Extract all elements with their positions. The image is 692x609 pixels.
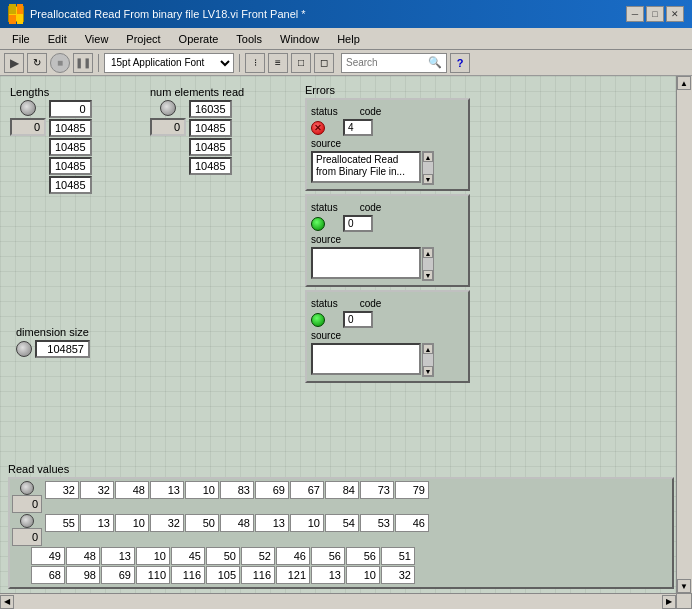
cluster1-sb-down[interactable]: ▼ xyxy=(423,174,433,184)
help-btn[interactable]: ? xyxy=(450,53,470,73)
rv-r3-c10: 51 xyxy=(381,547,415,565)
right-scrollbar: ▲ ▼ xyxy=(676,76,692,593)
cluster2-source-label: source xyxy=(311,234,341,245)
num-el-val-2: 10485 xyxy=(189,138,232,156)
num-elements-scroll[interactable] xyxy=(160,100,176,116)
menu-operate[interactable]: Operate xyxy=(171,31,227,47)
errors-label: Errors xyxy=(305,84,470,96)
scroll-right-btn[interactable]: ▶ xyxy=(662,595,676,609)
cluster3-source-text xyxy=(311,343,421,375)
dim-size-scroll[interactable] xyxy=(16,341,32,357)
cluster2-sb-down[interactable]: ▼ xyxy=(423,270,433,280)
dimension-size-area: dimension size 104857 xyxy=(16,326,90,358)
cluster3-scrollbar[interactable]: ▲ ▼ xyxy=(422,343,434,377)
rv-scroll-1[interactable] xyxy=(20,481,34,495)
menu-view[interactable]: View xyxy=(77,31,117,47)
close-button[interactable]: ✕ xyxy=(666,6,684,22)
cluster3-source-area: ▲ ▼ xyxy=(311,343,464,377)
read-values-array: Read values 0 32 32 48 13 10 83 69 67 xyxy=(8,463,674,589)
scroll-left-btn[interactable]: ◀ xyxy=(0,595,14,609)
dimension-size-value: 104857 xyxy=(35,340,90,358)
lengths-array: Lengths 0 0 10485 10485 10485 10485 xyxy=(10,86,92,194)
rv-r2-c5: 48 xyxy=(220,514,254,532)
rv-row-2: 0 55 13 10 32 50 48 13 10 54 53 46 xyxy=(12,514,670,546)
read-values-label: Read values xyxy=(8,463,674,475)
rv-r1-c8: 84 xyxy=(325,481,359,499)
rv-scroll-2[interactable] xyxy=(20,514,34,528)
distribute-btn[interactable]: ≡ xyxy=(268,53,288,73)
cluster3-code-value: 0 xyxy=(343,311,373,328)
lengths-label: Lengths xyxy=(10,86,92,98)
rv-r3-c5: 50 xyxy=(206,547,240,565)
num-elements-array: num elements read 0 16035 10485 10485 10… xyxy=(150,86,244,175)
cluster3-source-label: source xyxy=(311,330,341,341)
cluster2-sb-up[interactable]: ▲ xyxy=(423,248,433,258)
maximize-button[interactable]: □ xyxy=(646,6,664,22)
search-input[interactable] xyxy=(346,57,426,68)
menu-project[interactable]: Project xyxy=(118,31,168,47)
rv-r3-c9: 56 xyxy=(346,547,380,565)
rv-index-2[interactable]: 0 xyxy=(12,528,42,546)
cluster2-scrollbar[interactable]: ▲ ▼ xyxy=(422,247,434,281)
cluster2-source-text xyxy=(311,247,421,279)
scroll-up-btn[interactable]: ▲ xyxy=(677,76,691,90)
separator2 xyxy=(239,54,240,72)
rv-r1-c10: 79 xyxy=(395,481,429,499)
rv-r1-c3: 13 xyxy=(150,481,184,499)
lengths-val-3: 10485 xyxy=(49,157,92,175)
align-btn[interactable]: ⁝ xyxy=(245,53,265,73)
reorder-btn[interactable]: ◻ xyxy=(314,53,334,73)
num-el-val-1: 10485 xyxy=(189,119,232,137)
menu-edit[interactable]: Edit xyxy=(40,31,75,47)
num-elements-index[interactable]: 0 xyxy=(150,118,186,136)
cluster3-status-led xyxy=(311,313,325,327)
cluster3-sb-up[interactable]: ▲ xyxy=(423,344,433,354)
cluster2-source-area: ▲ ▼ xyxy=(311,247,464,281)
lengths-index[interactable]: 0 xyxy=(10,118,46,136)
resize-btn[interactable]: □ xyxy=(291,53,311,73)
pause-btn[interactable]: ❚❚ xyxy=(73,53,93,73)
rv-r1-c7: 67 xyxy=(290,481,324,499)
cluster1-scrollbar[interactable]: ▲ ▼ xyxy=(422,151,434,185)
rv-r4-c3: 110 xyxy=(136,566,170,584)
cluster1-values: ✕ 4 xyxy=(311,119,464,136)
rv-r2-c0: 55 xyxy=(45,514,79,532)
dimension-size-label: dimension size xyxy=(16,326,90,338)
menu-help[interactable]: Help xyxy=(329,31,368,47)
rv-r4-c7: 121 xyxy=(276,566,310,584)
lengths-scroll[interactable] xyxy=(20,100,36,116)
minimize-button[interactable]: ─ xyxy=(626,6,644,22)
cluster1-code-label: code xyxy=(360,106,382,117)
menu-window[interactable]: Window xyxy=(272,31,327,47)
title-bar: Preallocated Read From binary file LV18.… xyxy=(0,0,692,28)
font-selector[interactable]: 15pt Application Font xyxy=(104,53,234,73)
rv-index-1[interactable]: 0 xyxy=(12,495,42,513)
num-el-val-3: 10485 xyxy=(189,157,232,175)
search-icon[interactable]: 🔍 xyxy=(428,56,442,69)
cluster3-status-label: status xyxy=(311,298,338,309)
rv-r2-c7: 10 xyxy=(290,514,324,532)
cluster1-status-led: ✕ xyxy=(311,121,325,135)
cluster1-sb-up[interactable]: ▲ xyxy=(423,152,433,162)
lengths-val-2: 10485 xyxy=(49,138,92,156)
scroll-down-btn[interactable]: ▼ xyxy=(677,579,691,593)
rv-r1-c2: 48 xyxy=(115,481,149,499)
separator1 xyxy=(98,54,99,72)
error-cluster-3: status code 0 source ▲ ▼ xyxy=(305,290,470,383)
num-elements-values: 16035 10485 10485 10485 xyxy=(189,100,232,175)
menu-tools[interactable]: Tools xyxy=(228,31,270,47)
cluster3-code-label: code xyxy=(360,298,382,309)
cluster2-source-row: source xyxy=(311,234,464,245)
window-title: Preallocated Read From binary file LV18.… xyxy=(30,8,620,20)
rv-r3-c3: 10 xyxy=(136,547,170,565)
menu-file[interactable]: File xyxy=(4,31,38,47)
run-arrow-btn[interactable]: ▶ xyxy=(4,53,24,73)
cluster1-source-area: Preallocated Readfrom Binary File in... … xyxy=(311,151,464,185)
lengths-val-4: 10485 xyxy=(49,176,92,194)
run-continuously-btn[interactable]: ↻ xyxy=(27,53,47,73)
rv-r2-c9: 53 xyxy=(360,514,394,532)
cluster3-sb-down[interactable]: ▼ xyxy=(423,366,433,376)
bottom-scrollbar: ◀ ▶ xyxy=(0,593,676,609)
rv-r2-c3: 32 xyxy=(150,514,184,532)
abort-btn[interactable]: ■ xyxy=(50,53,70,73)
